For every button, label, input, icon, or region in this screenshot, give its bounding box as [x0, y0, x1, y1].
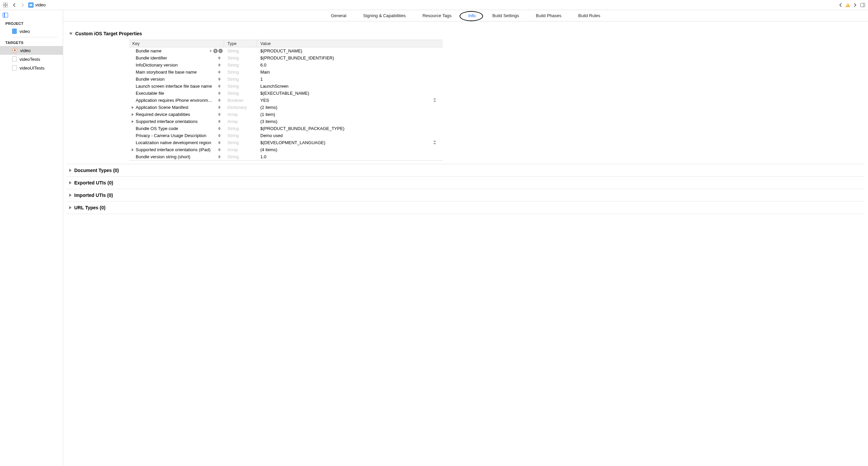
column-header-value[interactable]: Value: [257, 40, 443, 47]
plist-row[interactable]: Required device capabilitiesArray(1 item…: [129, 111, 443, 118]
disclosure-right-icon[interactable]: [132, 120, 134, 123]
section-custom-properties[interactable]: Custom iOS Target Properties: [66, 31, 865, 36]
stepper-icon[interactable]: [218, 63, 222, 67]
plist-value[interactable]: 6.0: [257, 62, 443, 67]
plist-key: Bundle name: [136, 49, 162, 54]
nav-back-icon[interactable]: [11, 2, 18, 8]
plist-value[interactable]: 1.0: [257, 154, 443, 159]
stepper-icon[interactable]: [218, 70, 222, 74]
plist-row[interactable]: Privacy - Camera Usage DescriptionString…: [129, 132, 443, 139]
app-icon: [12, 48, 18, 53]
plist-row[interactable]: Bundle versionString1: [129, 75, 443, 83]
stepper-icon[interactable]: [218, 56, 222, 60]
section-exported-utis[interactable]: Exported UTIs (0): [66, 180, 865, 185]
stepper-icon[interactable]: [218, 77, 222, 82]
plist-row[interactable]: Supported interface orientationsArray(3 …: [129, 118, 443, 125]
plist-value[interactable]: YES: [257, 98, 443, 103]
plist-value[interactable]: LaunchScreen: [257, 84, 443, 89]
stepper-icon[interactable]: [218, 84, 222, 89]
stepper-icon[interactable]: [218, 105, 222, 110]
plist-key: Privacy - Camera Usage Description: [136, 133, 206, 138]
svg-rect-0: [3, 3, 5, 5]
plist-value[interactable]: 1: [257, 76, 443, 82]
stepper-icon[interactable]: [208, 49, 213, 53]
stepper-icon[interactable]: [218, 155, 222, 159]
plist-value[interactable]: Main: [257, 69, 443, 74]
panel-right-icon[interactable]: [859, 2, 866, 8]
stepper-icon[interactable]: [433, 98, 437, 102]
warning-icon[interactable]: [844, 2, 851, 8]
tab-build-rules[interactable]: Build Rules: [577, 10, 601, 21]
plist-row[interactable]: Supported interface orientations (iPad)A…: [129, 146, 443, 153]
tab-resource-tags[interactable]: Resource Tags: [421, 10, 453, 21]
tab-build-phases[interactable]: Build Phases: [534, 10, 563, 21]
plist-type: String: [224, 140, 257, 145]
related-items-icon[interactable]: [2, 2, 9, 8]
stepper-icon[interactable]: [218, 98, 222, 103]
plist-row[interactable]: Application requires iPhone environm…Boo…: [129, 97, 443, 104]
plist-value[interactable]: (1 item): [257, 112, 443, 117]
remove-icon[interactable]: −: [218, 49, 223, 53]
disclosure-right-icon[interactable]: [132, 113, 134, 116]
sidebar-target-video[interactable]: video: [0, 46, 63, 55]
project-doc-icon: [12, 29, 17, 34]
plist-row[interactable]: Bundle name+−String$(PRODUCT_NAME): [129, 48, 443, 55]
plist-type: String: [224, 84, 257, 89]
stepper-icon[interactable]: [218, 141, 222, 145]
plist-value[interactable]: $(EXECUTABLE_NAME): [257, 91, 443, 96]
plist-row[interactable]: Executable fileString$(EXECUTABLE_NAME): [129, 90, 443, 97]
tab-info[interactable]: Info: [467, 10, 477, 21]
nav-forward-icon[interactable]: [20, 2, 26, 8]
plist-type: String: [224, 56, 257, 60]
sidebar-target-videotests[interactable]: videoTests: [0, 55, 63, 63]
breadcrumb[interactable]: video: [28, 2, 46, 8]
plist-value[interactable]: (3 items): [257, 119, 443, 124]
plist-value[interactable]: $(PRODUCT_BUNDLE_IDENTIFIER): [257, 56, 443, 60]
plist-row[interactable]: Application Scene ManifestDictionary(2 i…: [129, 104, 443, 111]
tab-build-settings[interactable]: Build Settings: [491, 10, 521, 21]
disclosure-right-icon: [69, 206, 71, 209]
sidebar-item-label: video: [20, 48, 31, 53]
section-title: Exported UTIs (0): [74, 180, 113, 185]
plist-key: Application Scene Manifest: [136, 105, 188, 110]
stepper-icon[interactable]: [433, 140, 437, 145]
issues-forward-icon[interactable]: [852, 2, 859, 8]
panel-left-icon[interactable]: [3, 13, 8, 18]
column-header-type[interactable]: Type: [224, 40, 257, 47]
plist-type: Boolean: [224, 98, 257, 103]
stepper-icon[interactable]: [218, 133, 222, 138]
plist-row[interactable]: Launch screen interface file base nameSt…: [129, 83, 443, 90]
plist-value[interactable]: $(DEVELOPMENT_LANGUAGE): [257, 140, 443, 145]
plist-value[interactable]: (2 items): [257, 105, 443, 110]
plist-row[interactable]: Bundle OS Type codeString$(PRODUCT_BUNDL…: [129, 125, 443, 132]
section-imported-utis[interactable]: Imported UTIs (0): [66, 192, 865, 198]
stepper-icon[interactable]: [218, 119, 222, 124]
disclosure-right-icon[interactable]: [132, 149, 134, 151]
plist-key: Bundle version: [136, 76, 164, 82]
plist-value[interactable]: $(PRODUCT_NAME): [257, 49, 443, 54]
plist-value[interactable]: $(PRODUCT_BUNDLE_PACKAGE_TYPE): [257, 126, 443, 131]
add-icon[interactable]: +: [213, 49, 218, 53]
issues-back-icon[interactable]: [837, 2, 844, 8]
plist-row[interactable]: Bundle version string (short)String1.0: [129, 153, 443, 160]
plist-row[interactable]: Localization native development regionSt…: [129, 139, 443, 146]
stepper-icon[interactable]: [218, 148, 222, 152]
plist-type: String: [224, 126, 257, 131]
plist-value[interactable]: (4 items): [257, 147, 443, 152]
tab-signing[interactable]: Signing & Capabilities: [362, 10, 407, 21]
stepper-icon[interactable]: [218, 126, 222, 131]
plist-row[interactable]: Main storyboard file base nameStringMain: [129, 68, 443, 75]
plist-value[interactable]: Demo used: [257, 133, 443, 138]
sidebar-target-videouitests[interactable]: videoUITests: [0, 63, 63, 72]
column-header-key[interactable]: Key: [129, 40, 224, 47]
stepper-icon[interactable]: [218, 91, 222, 96]
stepper-icon[interactable]: [218, 112, 222, 117]
plist-row[interactable]: InfoDictionary versionString6.0: [129, 61, 443, 68]
sidebar-project-item[interactable]: video: [0, 27, 63, 36]
disclosure-right-icon[interactable]: [132, 106, 134, 109]
section-document-types[interactable]: Document Types (0): [66, 168, 865, 173]
test-bundle-icon: [12, 57, 17, 62]
section-url-types[interactable]: URL Types (0): [66, 205, 865, 210]
plist-row[interactable]: Bundle identifierString$(PRODUCT_BUNDLE_…: [129, 55, 443, 61]
tab-general[interactable]: General: [330, 10, 348, 21]
